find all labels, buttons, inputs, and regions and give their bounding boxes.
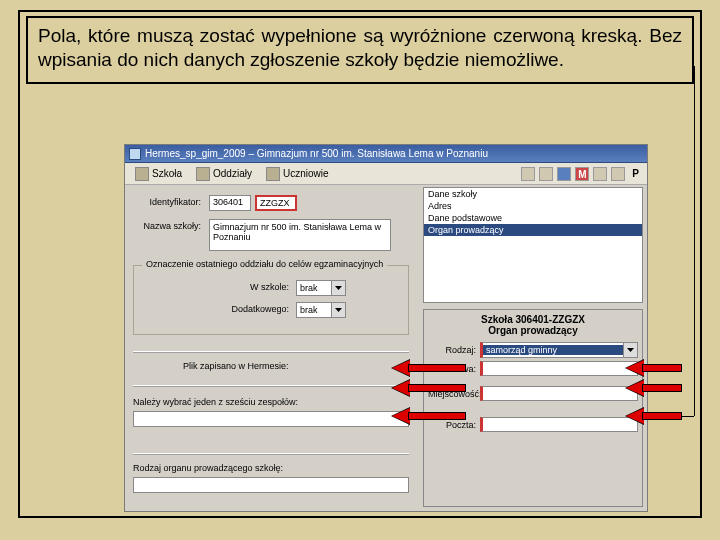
toolbar-icon-5[interactable] [593, 167, 607, 181]
main-area: Identyfikator: 306401 ZZGZX Nazwa szkoły… [125, 185, 647, 511]
organ-heading2: Organ prowadzący [428, 325, 638, 336]
chevron-down-icon [623, 343, 637, 357]
wybrac-note: Należy wybrać jeden z sześciu zespołów: [133, 397, 409, 407]
chevron-down-icon [331, 303, 345, 317]
rodzaj-organu-label: Rodzaj organu prowadzącego szkołę: [133, 463, 409, 473]
list-item[interactable]: Adres [424, 200, 642, 212]
school-name-input[interactable]: Gimnazjum nr 500 im. Stanisława Lema w P… [209, 219, 391, 251]
required-arrow-3 [392, 408, 466, 424]
required-arrow-1 [392, 360, 466, 376]
chevron-down-icon [331, 281, 345, 295]
toolbar-p-label: P [632, 168, 639, 179]
rodzaj-organu-input[interactable] [133, 477, 409, 493]
required-arrow-2 [392, 380, 466, 396]
svg-marker-0 [335, 286, 342, 290]
plik-label: Plik zapisano w Hermesie: [183, 361, 403, 371]
poczta-input[interactable] [480, 417, 638, 432]
instruction-text: Pola, które muszą zostać wypełnione są w… [38, 25, 682, 70]
toolbar-icon-3[interactable] [557, 167, 571, 181]
toolbar-oddzialy-label: Oddziały [213, 168, 252, 179]
zespol-input[interactable] [133, 411, 409, 427]
rodzaj-dropdown[interactable]: samorząd gminny [480, 342, 638, 358]
app-window: Hermes_sp_gim_2009 – Gimnazjum nr 500 im… [124, 144, 648, 512]
toolbar-icon-6[interactable] [611, 167, 625, 181]
dodatkowego-dropdown[interactable]: brak [296, 302, 346, 318]
wszkole-value: brak [297, 283, 331, 293]
name-label: Nazwa szkoły: [125, 221, 201, 231]
toolbar-szkola-label: Szkoła [152, 168, 182, 179]
toolbar-icon-2[interactable] [539, 167, 553, 181]
required-arrow-4 [626, 360, 682, 376]
dodatkowego-value: brak [297, 305, 331, 315]
connector-line [694, 66, 695, 416]
list-item[interactable]: Dane szkoły [424, 188, 642, 200]
rodzaj-value: samorząd gminny [483, 345, 623, 355]
toolbar-icon-m[interactable]: M [575, 167, 589, 181]
slide-frame: Pola, które muszą zostać wypełnione są w… [18, 10, 702, 518]
divider-2 [133, 385, 409, 387]
miejscowosc-input[interactable] [480, 386, 638, 401]
titlebar: Hermes_sp_gim_2009 – Gimnazjum nr 500 im… [125, 145, 647, 163]
toolbar-oddzialy[interactable]: Oddziały [190, 165, 258, 183]
instruction-box: Pola, które muszą zostać wypełnione są w… [26, 16, 694, 84]
app-icon [129, 148, 141, 160]
right-pane: Dane szkoły Adres Dane podstawowe Organ … [421, 185, 647, 511]
fieldset-legend: Oznaczenie ostatniego oddziału do celów … [142, 259, 387, 269]
wszkole-dropdown[interactable]: brak [296, 280, 346, 296]
toolbar: Szkoła Oddziały Uczniowie M P [125, 163, 647, 185]
classes-icon [196, 167, 210, 181]
id-part2-input[interactable]: ZZGZX [255, 195, 297, 211]
toolbar-uczniowie-label: Uczniowie [283, 168, 329, 179]
svg-marker-1 [335, 308, 342, 312]
toolbar-icon-1[interactable] [521, 167, 535, 181]
svg-marker-2 [627, 348, 634, 352]
nazwa-input[interactable] [480, 361, 638, 376]
rodzaj-label: Rodzaj: [428, 345, 480, 355]
id-part1-input[interactable]: 306401 [209, 195, 251, 211]
toolbar-uczniowie[interactable]: Uczniowie [260, 165, 335, 183]
required-arrow-6 [626, 408, 682, 424]
organ-heading1: Szkoła 306401-ZZGZX [428, 314, 638, 325]
list-item-selected[interactable]: Organ prowadzący [424, 224, 642, 236]
dodatkowego-label: Dodatkowego: [134, 304, 289, 314]
list-item[interactable]: Dane podstawowe [424, 212, 642, 224]
exam-fieldset: Oznaczenie ostatniego oddziału do celów … [133, 265, 409, 335]
wszkole-label: W szkole: [134, 282, 289, 292]
divider-3 [133, 453, 409, 455]
toolbar-szkola[interactable]: Szkoła [129, 165, 188, 183]
required-arrow-5 [626, 380, 682, 396]
school-icon [135, 167, 149, 181]
left-pane: Identyfikator: 306401 ZZGZX Nazwa szkoły… [125, 185, 421, 511]
divider-1 [133, 351, 409, 353]
window-title: Hermes_sp_gim_2009 – Gimnazjum nr 500 im… [145, 148, 488, 159]
students-icon [266, 167, 280, 181]
id-label: Identyfikator: [125, 197, 201, 207]
section-listbox[interactable]: Dane szkoły Adres Dane podstawowe Organ … [423, 187, 643, 303]
